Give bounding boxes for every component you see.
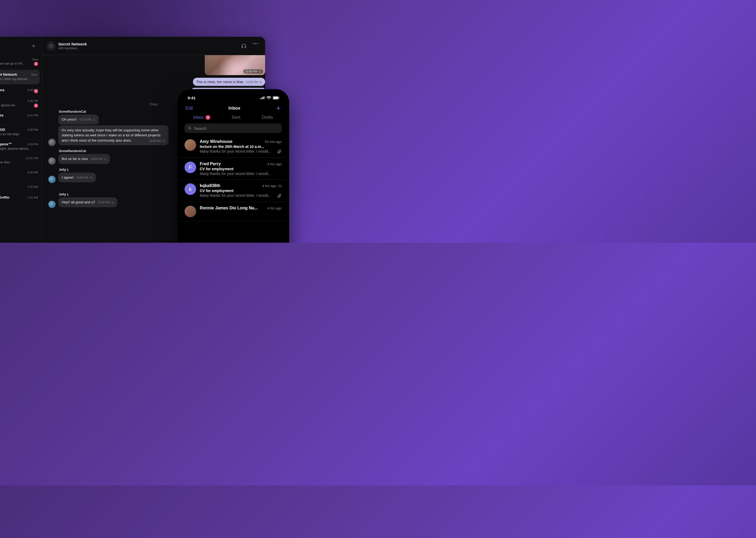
tab-inbox[interactable]: Inbox3	[193, 115, 210, 120]
nav-title: Inbox	[228, 106, 240, 111]
chat-item[interactable]: . Griffin 1:41 AM	[0, 193, 42, 204]
mail-subject: CV for employment	[200, 188, 282, 193]
own-message-time: 10:00 PM	[246, 81, 262, 83]
new-chat-icon[interactable]	[31, 44, 36, 48]
message-time: 10:00 PM	[98, 200, 114, 204]
message-bubble[interactable]: I agree!10:00 PM	[58, 173, 96, 183]
message-time: 10:00 PM	[76, 176, 92, 180]
message-bubble[interactable]: Oh yess!!10:00 PM	[58, 115, 99, 125]
phone-frame: 9:41 Edit Inbox + Inbox3SentDrafts Searc…	[177, 89, 289, 243]
message-bubble[interactable]: Hey!! all good and u?10:00 PM	[58, 197, 117, 207]
message-time: 10:00 PM	[149, 139, 165, 143]
group-avatar-icon	[47, 42, 55, 50]
chat-time: 1:41 AM	[27, 196, 38, 199]
mail-time: 4 hrs ago	[262, 184, 282, 188]
own-message-bubble[interactable]: This is mine, her name is Mae 10:00 PM	[193, 78, 265, 86]
svg-rect-4	[261, 97, 262, 99]
chat-item[interactable]: . 2:30 AM	[0, 182, 42, 193]
tab-sent[interactable]: Sent	[232, 115, 240, 120]
nav-row: Edit Inbox +	[180, 103, 286, 114]
chat-item[interactable]: MOD 5:30 PM nks for the help!	[0, 125, 42, 139]
message-bubble[interactable]: But so far is nice10:00 PM	[58, 154, 110, 164]
chat-item[interactable]: 12:01 PM r me then	[0, 154, 42, 168]
cloud-icon	[278, 184, 282, 188]
chat-time: 6:30 AM	[27, 171, 38, 174]
chat-preview: m I think my internet...	[0, 77, 37, 81]
chat-time: 5:41 PM	[27, 114, 38, 117]
chat-item[interactable]: Now n we can go to NY... 3	[0, 55, 42, 69]
chat-preview: Knight: anyone wanna...	[0, 147, 38, 150]
chat-name: MOD	[0, 128, 5, 132]
mail-avatar: k	[185, 183, 196, 195]
unread-badge: 3	[34, 103, 38, 108]
cloud-icon	[92, 118, 95, 121]
tab-drafts[interactable]: Drafts	[262, 115, 273, 120]
search-placeholder: Search	[194, 126, 207, 131]
mail-from: Fred Perry	[200, 162, 221, 166]
chat-item[interactable]: k 6:30 AM L	[0, 168, 42, 182]
unread-badge: 3	[34, 62, 38, 66]
search-icon	[188, 126, 192, 130]
chat-item[interactable]: ogame™ 3:34 PM Knight: anyone wanna...	[0, 139, 42, 154]
group-members: 406 members	[58, 46, 238, 50]
tab-badge: 3	[206, 115, 210, 120]
cloud-icon	[103, 158, 107, 161]
cloud-icon	[162, 139, 165, 142]
chat-item[interactable]: izza 5:41 PM l	[0, 111, 42, 125]
unread-badge: 3	[34, 89, 38, 93]
wifi-icon	[266, 96, 271, 99]
message-avatar[interactable]	[48, 201, 56, 208]
mail-preview: Many thanks for your recent letter. I wo…	[200, 149, 282, 154]
mail-subject: lecture on the 26th March at 10 a.m...	[200, 144, 282, 149]
message-avatar[interactable]	[48, 157, 56, 165]
chat-preview: n we can go to NY...	[0, 62, 38, 65]
status-bar: 9:41	[180, 92, 286, 103]
battery-icon	[273, 96, 280, 100]
chat-item[interactable]: et Network Now m I think my internet...	[0, 70, 40, 84]
mail-item[interactable]: F Fred Perry 4 hrs ago CV for employment…	[180, 158, 286, 180]
chat-time: 9:38 PM	[27, 99, 38, 102]
mail-preview: Many thanks for your recent letter. I wo…	[200, 172, 282, 176]
mail-from: kqka938th	[200, 183, 220, 188]
mail-subject: CV for employment	[200, 167, 282, 171]
group-info[interactable]: Secret Network 406 members	[58, 42, 238, 50]
message-avatar[interactable]	[48, 139, 56, 146]
cloud-icon	[89, 176, 92, 179]
chat-name: . Griffin	[0, 195, 10, 199]
cloud-icon	[111, 201, 114, 204]
svg-rect-8	[273, 97, 278, 99]
mail-item[interactable]: Amy Winehouse 53 min ago lecture on the …	[180, 135, 286, 158]
mail-time: 4 hrs ago	[267, 162, 282, 166]
headphones-icon[interactable]	[241, 43, 247, 49]
svg-rect-5	[262, 97, 263, 99]
mail-item[interactable]: Ronnie James Dio Long Na... 4 hrs ago	[180, 202, 286, 221]
chat-list: Now n we can go to NY... 3 et Network No…	[0, 55, 42, 243]
phone-screen: 9:41 Edit Inbox + Inbox3SentDrafts Searc…	[180, 92, 286, 243]
cloud-icon	[258, 70, 261, 73]
chat-item[interactable]: abra 9:40 PM 3	[0, 85, 42, 96]
more-icon[interactable]	[253, 43, 259, 49]
search-input[interactable]: Search	[185, 124, 282, 133]
chat-item[interactable]: : 9:38 PM n't ignore me 3	[0, 96, 42, 111]
mail-time: 53 min ago	[265, 140, 282, 144]
mail-list: Amy Winehouse 53 min ago lecture on the …	[180, 135, 286, 243]
mail-item[interactable]: k kqka938th 4 hrs ago CV for employment …	[180, 180, 286, 202]
edit-button[interactable]: Edit	[186, 106, 193, 111]
attachment-icon	[277, 193, 282, 198]
mail-avatar	[185, 206, 196, 217]
message-bubble[interactable]: It's very nice actually, hope they will …	[58, 125, 168, 145]
own-message-image[interactable]: 10:00 PM	[205, 55, 265, 75]
compose-icon[interactable]: +	[276, 106, 281, 111]
mail-time: 4 hrs ago	[267, 206, 282, 210]
mail-avatar: F	[185, 162, 196, 173]
message-time: 10:00 PM	[79, 118, 95, 122]
mail-preview: Many thanks for your recent letter. I wo…	[200, 193, 282, 198]
chat-preview: r me then	[0, 161, 38, 164]
mail-from: Ronnie James Dio Long Na...	[200, 206, 258, 210]
mail-avatar	[185, 139, 196, 151]
message-avatar[interactable]	[48, 176, 56, 183]
chat-time: 5:30 PM	[27, 128, 38, 131]
cloud-icon	[259, 81, 262, 83]
image-timestamp: 10:00 PM	[243, 69, 263, 74]
svg-rect-3	[260, 98, 261, 99]
